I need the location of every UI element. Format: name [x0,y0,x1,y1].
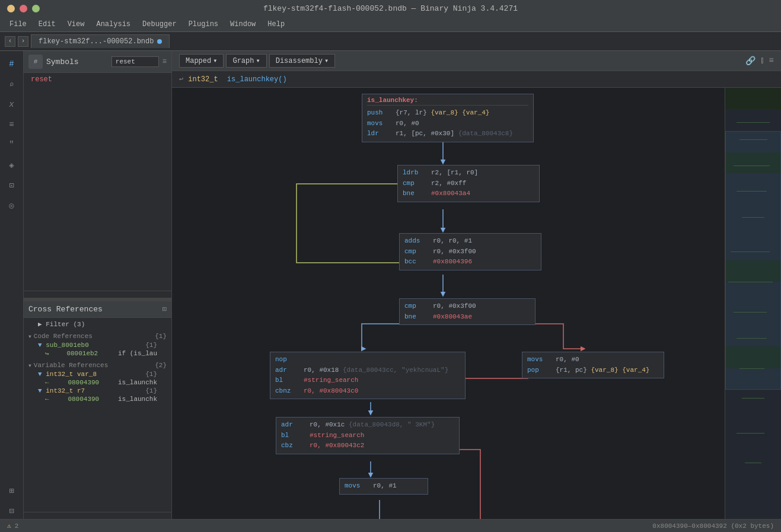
func-sig-space [221,75,225,84]
func-name: is_launchkey() [227,75,287,84]
sidebar-icon-misc[interactable]: ◎ [4,197,20,214]
symbols-panel: # Symbols ≡ reset Cross References ⊡ ▶ F… [24,51,172,519]
asm-block-3: adds r0, r0, #1 cmp r0, #0x3f00 bcc #0x8… [399,233,541,270]
xref-menu-icon[interactable]: ⊡ [162,305,167,314]
menu-edit[interactable]: Edit [34,19,60,30]
columns-icon[interactable]: ⫿ [760,56,764,66]
symbols-title: Symbols [46,58,108,66]
menu-view[interactable]: View [63,19,90,30]
symbols-hash-icon: # [28,55,43,69]
xref-r7-item-0[interactable]: ← 08004390 is_launchk [28,395,167,403]
sidebar-icon-strings[interactable]: " [4,136,20,153]
asm-block-4: cmp r0, #0x3f00 bne #0x80043ae [399,298,535,325]
sidebar-icon-variables[interactable]: x [4,96,20,113]
graph-dropdown-button[interactable]: Graph ▾ [226,54,266,68]
tab-modified-indicator [157,39,162,44]
view-action-icons: 🔗 ⫿ ≡ [745,56,774,66]
xref-filter-section: ▶ Filter (3) [24,318,171,330]
asm-block-1: is_launchkey: push {r7, lr} {var_8} {var… [362,94,534,142]
tab-label: flkey-stm32f...-000052.bndb [39,37,154,46]
xref-sub-8001eb0[interactable]: ▼ sub_8001eb0 {1} [28,341,167,349]
menu-analysis[interactable]: Analysis [91,19,135,30]
symbol-item-reset[interactable]: reset [24,73,171,86]
warning-count: 2 [15,523,19,530]
sidebar-icon-types[interactable]: ⊡ [4,177,20,193]
nav-forward-button[interactable]: › [18,36,28,47]
xref-header: Cross References ⊡ [24,301,171,318]
minimize-button[interactable] [7,5,15,12]
tabbar: ‹ › flkey-stm32f...-000052.bndb [0,32,781,51]
nav-back-button[interactable]: ‹ [5,36,15,47]
xref-var8-item-0[interactable]: ← 08004390 is_launchk [28,378,167,387]
menu-plugins[interactable]: Plugins [184,19,223,30]
xref-hscroll[interactable] [24,512,171,519]
symbols-hscroll[interactable] [24,291,171,298]
asm-block-5: nop adr r0, #0x18 {data_80043cc, "yekhcn… [270,352,466,399]
warning-icon: ⚠ [7,522,11,530]
maximize-button[interactable] [32,5,40,12]
tab-file[interactable]: flkey-stm32f...-000052.bndb [31,34,170,48]
sidebar-icon-tags[interactable]: ◈ [4,157,20,173]
xref-code-item-0[interactable]: ↪ 08001eb2 if (is_lau [28,349,167,358]
xref-var-refs-section: ▼ Variable References {2} ▼ int32_t var_… [24,359,171,404]
view-toolbar: Mapped ▾ Graph ▾ Disassembly ▾ 🔗 ⫿ ≡ [172,51,781,71]
menubar: File Edit View Analysis Debugger Plugins… [0,17,781,32]
window-title: flkey-stm32f4-flash-000052.bndb — Binary… [263,4,518,13]
sidebar-icon-layers[interactable]: ≡ [4,116,20,133]
xref-var8[interactable]: ▼ int32_t var_8 {1} [28,370,167,378]
xref-code-refs-section: ▼ Code References {1} ▼ sub_8001eb0 {1} … [24,330,171,359]
disassembly-dropdown-button[interactable]: Disassembly ▾ [269,54,335,68]
traffic-lights [7,5,40,12]
mapped-dropdown-button[interactable]: Mapped ▾ [179,54,224,68]
xref-var-refs-header[interactable]: ▼ Variable References {2} [28,361,167,370]
menu-file[interactable]: File [5,19,31,30]
minimap-content [725,88,781,519]
sidebar-icon-grid[interactable]: ⊟ [4,502,20,519]
asm-block-6: movs r0, #0 pop {r1, pc} {var_8} {var_4} [522,352,664,378]
func-return-type: int32_t [188,75,218,84]
graph-area[interactable]: is_launchkey: push {r7, lr} {var_8} {var… [172,88,725,519]
main-content: # ⌕ x ≡ " ◈ ⊡ ◎ ⊞ ⊟ # Symbols ≡ reset Cr… [0,51,781,519]
sidebar-icons: # ⌕ x ≡ " ◈ ⊡ ◎ ⊞ ⊟ [0,51,24,519]
link-icon[interactable]: 🔗 [745,56,756,66]
minimap-viewport-highlight [725,131,781,390]
minimap[interactable] [725,88,781,519]
sidebar-icon-search[interactable]: ⌕ [4,76,20,93]
symbols-search-input[interactable] [111,56,159,67]
menu-help[interactable]: Help [263,19,289,30]
asm-block-7: adr r0, #0x1c {data_80043d8, " 3KM"} bl … [276,417,460,454]
right-panel: Mapped ▾ Graph ▾ Disassembly ▾ 🔗 ⫿ ≡ ↩ i… [172,51,781,519]
symbols-header: # Symbols ≡ [24,51,171,73]
sig-arrow-icon: ↩ [179,75,183,84]
xref-code-refs-header[interactable]: ▼ Code References {1} [28,332,167,341]
xref-filter[interactable]: ▶ Filter (3) [28,319,167,329]
settings-icon[interactable]: ≡ [769,56,774,66]
symbols-menu-icon[interactable]: ≡ [162,58,167,66]
xref-r7[interactable]: ▼ int32_t r7 {1} [28,387,167,395]
statusbar: ⚠ 2 0x8004390–0x8004392 (0x2 bytes) [0,519,781,532]
titlebar: flkey-stm32f4-flash-000052.bndb — Binary… [0,0,781,17]
xref-panel: Cross References ⊡ ▶ Filter (3) ▼ Code R… [24,301,171,519]
func-sig-bar: ↩ int32_t is_launchkey() [172,71,781,88]
asm-block-2: ldrb r2, [r1, r0] cmp r2, #0xff bne #0x8… [397,165,540,202]
symbols-list: reset [24,73,171,291]
asm-block-8: movs r0, #1 [339,478,428,495]
sidebar-icon-stack[interactable]: ⊞ [4,482,20,499]
menu-window[interactable]: Window [225,19,260,30]
xref-title: Cross References [28,305,162,314]
menu-debugger[interactable]: Debugger [138,19,181,30]
xref-content: ▶ Filter (3) ▼ Code References {1} ▼ sub… [24,318,171,512]
close-button[interactable] [20,5,27,12]
address-range: 0x8004390–0x8004392 (0x2 bytes) [652,523,774,530]
block1-header: is_launchkey: [367,97,528,106]
sidebar-icon-symbols[interactable]: # [4,56,20,72]
